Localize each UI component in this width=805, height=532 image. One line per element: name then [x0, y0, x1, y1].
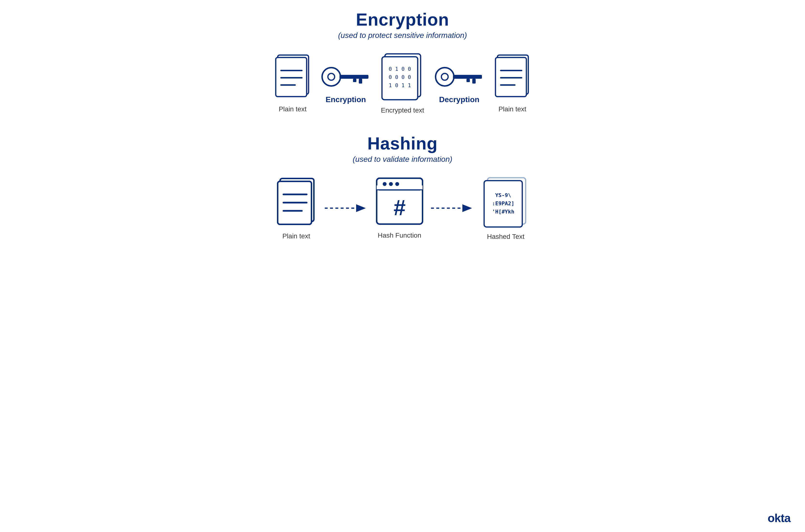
- dashed-arrow-1-icon: [325, 201, 368, 215]
- svg-text:1  0  1  1: 1 0 1 1: [389, 82, 411, 89]
- plain-text-left-figure: Plain text: [273, 53, 312, 113]
- plain-text-right-label: Plain text: [498, 105, 526, 113]
- svg-text:0  1  0  0: 0 1 0 0: [389, 66, 411, 72]
- svg-text:0  0  0  0: 0 0 0 0: [389, 74, 411, 80]
- plain-text-right-figure: Plain text: [493, 53, 532, 113]
- hash-function-label: Hash Function: [378, 232, 421, 239]
- svg-rect-9: [353, 79, 357, 82]
- plain-text-left-label: Plain text: [279, 105, 306, 113]
- hashing-title: Hashing: [367, 134, 438, 153]
- encrypted-text-figure: 0 1 0 0 0 0 0 0 1 0 1 1 Encrypted text: [380, 52, 425, 114]
- encryption-title: Encryption: [356, 10, 449, 30]
- hashing-subtitle: (used to validate information): [353, 155, 453, 164]
- encryption-label: Encryption: [325, 95, 366, 104]
- dashed-arrow-1: [325, 201, 368, 215]
- svg-rect-8: [359, 79, 362, 83]
- svg-text:'H[#Ykh: 'H[#Ykh: [492, 209, 514, 215]
- hashed-text-label: Hashed Text: [487, 233, 524, 241]
- hashed-text-figure: YS-9\ :E9PA2] 'H[#Ykh Hashed Text: [482, 176, 530, 241]
- svg-marker-41: [462, 204, 472, 212]
- encrypted-box-icon: 0 1 0 0 0 0 0 0 1 0 1 1: [380, 52, 425, 102]
- decryption-label: Decryption: [439, 95, 479, 104]
- dashed-arrow-2-icon: [431, 201, 475, 215]
- encryption-section: Encryption (used to protect sensitive in…: [5, 10, 800, 134]
- svg-rect-7: [340, 75, 368, 79]
- hash-function-figure: # Hash Function: [376, 177, 424, 239]
- document-left-icon: [273, 53, 312, 101]
- svg-point-16: [441, 73, 448, 80]
- svg-text:#: #: [393, 196, 405, 220]
- hashing-row: Plain text: [233, 176, 572, 241]
- svg-marker-31: [356, 204, 366, 212]
- document-right-icon: [493, 53, 532, 101]
- encrypted-text-label: Encrypted text: [381, 107, 424, 114]
- svg-text::E9PA2]: :E9PA2]: [492, 201, 514, 207]
- hashed-text-icon: YS-9\ :E9PA2] 'H[#Ykh: [482, 176, 530, 229]
- svg-point-5: [322, 68, 341, 86]
- hashing-document-icon: [275, 176, 318, 228]
- svg-point-15: [436, 68, 454, 86]
- encryption-key-icon: [319, 62, 372, 91]
- svg-rect-17: [453, 75, 482, 79]
- svg-rect-18: [472, 79, 476, 83]
- okta-logo: okta: [768, 512, 790, 525]
- encryption-row: Plain text Encryption: [233, 52, 572, 114]
- encryption-key-figure: Encryption: [319, 62, 372, 104]
- svg-point-37: [389, 182, 393, 186]
- hashing-section: Hashing (used to validate information) P…: [5, 134, 800, 260]
- decryption-key-figure: Decryption: [433, 62, 486, 104]
- decryption-key-icon: [433, 62, 486, 91]
- svg-text:YS-9\: YS-9\: [495, 192, 511, 198]
- hash-function-icon: #: [376, 177, 424, 228]
- dashed-arrow-2: [431, 201, 475, 215]
- svg-rect-19: [466, 79, 470, 82]
- svg-point-38: [395, 182, 399, 186]
- encryption-subtitle: (used to protect sensitive information): [338, 31, 467, 40]
- hashing-plain-text-figure: Plain text: [275, 176, 318, 240]
- svg-point-36: [383, 182, 387, 186]
- hashing-plain-text-label: Plain text: [282, 232, 310, 240]
- svg-rect-34: [377, 186, 423, 190]
- svg-point-6: [328, 73, 334, 80]
